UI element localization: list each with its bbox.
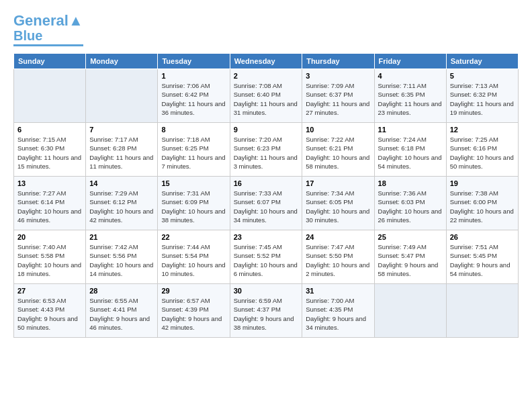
day-number: 2 — [234, 72, 299, 80]
day-info: Sunrise: 7:27 AM Sunset: 6:14 PM Dayligh… — [17, 189, 82, 224]
day-number: 29 — [161, 287, 226, 295]
day-info: Sunrise: 7:45 AM Sunset: 5:52 PM Dayligh… — [234, 242, 299, 278]
day-number: 11 — [378, 126, 443, 134]
day-cell — [446, 284, 518, 338]
day-info: Sunrise: 7:11 AM Sunset: 6:35 PM Dayligh… — [378, 81, 443, 117]
day-number: 3 — [306, 72, 370, 80]
day-cell: 17Sunrise: 7:34 AM Sunset: 6:05 PM Dayli… — [302, 177, 374, 230]
day-number: 28 — [89, 287, 154, 295]
day-number: 5 — [450, 72, 515, 80]
day-info: Sunrise: 7:22 AM Sunset: 6:21 PM Dayligh… — [306, 135, 370, 171]
day-cell: 14Sunrise: 7:29 AM Sunset: 6:12 PM Dayli… — [86, 177, 158, 230]
day-cell: 25Sunrise: 7:49 AM Sunset: 5:47 PM Dayli… — [374, 230, 446, 284]
header-wednesday: Wednesday — [230, 54, 302, 69]
day-number: 1 — [161, 72, 226, 80]
day-cell — [374, 284, 446, 338]
day-number: 15 — [161, 179, 226, 187]
logo-blue-accent: ▲ — [69, 12, 83, 29]
day-number: 25 — [378, 233, 443, 241]
logo-blue: Blue — [13, 28, 42, 43]
day-cell: 19Sunrise: 7:38 AM Sunset: 6:00 PM Dayli… — [446, 177, 518, 230]
day-cell: 5Sunrise: 7:13 AM Sunset: 6:32 PM Daylig… — [446, 69, 518, 123]
day-cell: 8Sunrise: 7:18 AM Sunset: 6:25 PM Daylig… — [158, 123, 230, 177]
day-info: Sunrise: 7:36 AM Sunset: 6:03 PM Dayligh… — [378, 189, 443, 224]
day-info: Sunrise: 6:57 AM Sunset: 4:39 PM Dayligh… — [161, 296, 226, 332]
day-cell: 20Sunrise: 7:40 AM Sunset: 5:58 PM Dayli… — [14, 230, 86, 284]
day-cell: 16Sunrise: 7:33 AM Sunset: 6:07 PM Dayli… — [230, 177, 302, 230]
header-tuesday: Tuesday — [158, 54, 230, 69]
day-cell: 31Sunrise: 7:00 AM Sunset: 4:35 PM Dayli… — [302, 284, 374, 338]
header-friday: Friday — [374, 54, 446, 69]
day-info: Sunrise: 7:34 AM Sunset: 6:05 PM Dayligh… — [306, 189, 370, 224]
day-number: 10 — [306, 126, 370, 134]
header-thursday: Thursday — [302, 54, 374, 69]
day-info: Sunrise: 7:17 AM Sunset: 6:28 PM Dayligh… — [89, 135, 154, 171]
day-number: 17 — [306, 179, 370, 187]
day-number: 7 — [89, 126, 154, 134]
day-number: 20 — [17, 233, 82, 241]
day-cell: 10Sunrise: 7:22 AM Sunset: 6:21 PM Dayli… — [302, 123, 374, 177]
day-number: 26 — [450, 233, 515, 241]
day-info: Sunrise: 7:18 AM Sunset: 6:25 PM Dayligh… — [161, 135, 226, 171]
day-cell: 7Sunrise: 7:17 AM Sunset: 6:28 PM Daylig… — [86, 123, 158, 177]
day-number: 16 — [234, 179, 299, 187]
header-sunday: Sunday — [14, 54, 86, 69]
day-info: Sunrise: 7:44 AM Sunset: 5:54 PM Dayligh… — [161, 242, 226, 278]
day-cell — [14, 69, 86, 123]
day-info: Sunrise: 6:59 AM Sunset: 4:37 PM Dayligh… — [234, 296, 299, 332]
day-info: Sunrise: 7:38 AM Sunset: 6:00 PM Dayligh… — [450, 189, 515, 224]
day-info: Sunrise: 7:33 AM Sunset: 6:07 PM Dayligh… — [234, 189, 299, 224]
day-cell: 13Sunrise: 7:27 AM Sunset: 6:14 PM Dayli… — [14, 177, 86, 230]
day-cell: 3Sunrise: 7:09 AM Sunset: 6:37 PM Daylig… — [302, 69, 374, 123]
week-row-2: 13Sunrise: 7:27 AM Sunset: 6:14 PM Dayli… — [14, 177, 519, 230]
day-cell: 2Sunrise: 7:08 AM Sunset: 6:40 PM Daylig… — [230, 69, 302, 123]
page-header: General▲ Blue — [13, 13, 519, 46]
day-info: Sunrise: 6:53 AM Sunset: 4:43 PM Dayligh… — [17, 296, 82, 332]
day-info: Sunrise: 7:25 AM Sunset: 6:16 PM Dayligh… — [450, 135, 515, 171]
day-info: Sunrise: 7:31 AM Sunset: 6:09 PM Dayligh… — [161, 189, 226, 224]
day-number: 19 — [450, 179, 515, 187]
day-number: 12 — [450, 126, 515, 134]
week-row-1: 6Sunrise: 7:15 AM Sunset: 6:30 PM Daylig… — [14, 123, 519, 177]
day-cell: 22Sunrise: 7:44 AM Sunset: 5:54 PM Dayli… — [158, 230, 230, 284]
day-cell: 1Sunrise: 7:06 AM Sunset: 6:42 PM Daylig… — [158, 69, 230, 123]
day-info: Sunrise: 7:08 AM Sunset: 6:40 PM Dayligh… — [234, 81, 299, 117]
logo: General▲ Blue — [13, 13, 83, 46]
day-number: 14 — [89, 179, 154, 187]
day-cell: 4Sunrise: 7:11 AM Sunset: 6:35 PM Daylig… — [374, 69, 446, 123]
day-info: Sunrise: 7:29 AM Sunset: 6:12 PM Dayligh… — [89, 189, 154, 224]
day-number: 24 — [306, 233, 370, 241]
week-row-4: 27Sunrise: 6:53 AM Sunset: 4:43 PM Dayli… — [14, 284, 519, 338]
day-cell — [86, 69, 158, 123]
day-cell: 6Sunrise: 7:15 AM Sunset: 6:30 PM Daylig… — [14, 123, 86, 177]
header-monday: Monday — [86, 54, 158, 69]
day-cell: 26Sunrise: 7:51 AM Sunset: 5:45 PM Dayli… — [446, 230, 518, 284]
day-number: 27 — [17, 287, 82, 295]
day-cell: 28Sunrise: 6:55 AM Sunset: 4:41 PM Dayli… — [86, 284, 158, 338]
day-info: Sunrise: 7:40 AM Sunset: 5:58 PM Dayligh… — [17, 242, 82, 278]
day-cell: 15Sunrise: 7:31 AM Sunset: 6:09 PM Dayli… — [158, 177, 230, 230]
day-cell: 24Sunrise: 7:47 AM Sunset: 5:50 PM Dayli… — [302, 230, 374, 284]
logo-underline — [13, 44, 83, 46]
day-cell: 12Sunrise: 7:25 AM Sunset: 6:16 PM Dayli… — [446, 123, 518, 177]
day-number: 22 — [161, 233, 226, 241]
day-number: 4 — [378, 72, 443, 80]
day-info: Sunrise: 6:55 AM Sunset: 4:41 PM Dayligh… — [89, 296, 154, 332]
day-number: 6 — [17, 126, 82, 134]
day-cell: 27Sunrise: 6:53 AM Sunset: 4:43 PM Dayli… — [14, 284, 86, 338]
day-cell: 23Sunrise: 7:45 AM Sunset: 5:52 PM Dayli… — [230, 230, 302, 284]
calendar: SundayMondayTuesdayWednesdayThursdayFrid… — [13, 53, 519, 338]
week-row-0: 1Sunrise: 7:06 AM Sunset: 6:42 PM Daylig… — [14, 69, 519, 123]
day-cell: 9Sunrise: 7:20 AM Sunset: 6:23 PM Daylig… — [230, 123, 302, 177]
day-number: 18 — [378, 179, 443, 187]
day-number: 21 — [89, 233, 154, 241]
day-number: 8 — [161, 126, 226, 134]
day-info: Sunrise: 7:09 AM Sunset: 6:37 PM Dayligh… — [306, 81, 370, 117]
day-info: Sunrise: 7:42 AM Sunset: 5:56 PM Dayligh… — [89, 242, 154, 278]
day-number: 9 — [234, 126, 299, 134]
day-info: Sunrise: 7:49 AM Sunset: 5:47 PM Dayligh… — [378, 242, 443, 278]
day-info: Sunrise: 7:51 AM Sunset: 5:45 PM Dayligh… — [450, 242, 515, 278]
day-info: Sunrise: 7:15 AM Sunset: 6:30 PM Dayligh… — [17, 135, 82, 171]
day-info: Sunrise: 7:47 AM Sunset: 5:50 PM Dayligh… — [306, 242, 370, 278]
day-number: 13 — [17, 179, 82, 187]
